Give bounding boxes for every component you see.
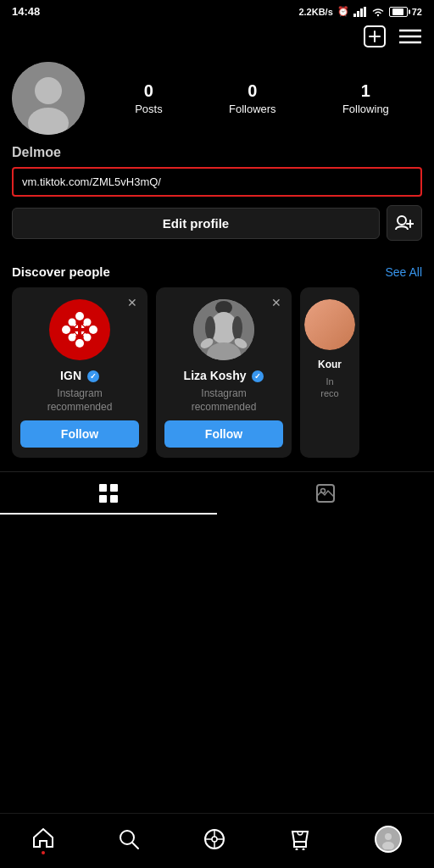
posts-label: Posts	[135, 103, 163, 115]
svg-rect-44	[110, 495, 118, 503]
dismiss-liza-button[interactable]: ✕	[268, 294, 285, 311]
posts-count: 0	[144, 81, 153, 101]
nav-reels[interactable]	[195, 825, 234, 854]
person-card-ign: ✕	[12, 287, 147, 458]
svg-rect-0	[353, 14, 356, 17]
kour-subtitle: Inreco	[320, 376, 338, 400]
profile-avatar-icon	[378, 829, 398, 849]
edit-row: Edit profile	[12, 205, 422, 241]
svg-point-58	[385, 833, 392, 840]
network-speed: 2.2KB/s	[298, 7, 332, 17]
grid-icon	[99, 484, 118, 503]
following-label: Following	[342, 103, 389, 115]
liza-avatar	[193, 299, 254, 360]
svg-point-50	[212, 837, 217, 842]
nav-profile[interactable]	[366, 822, 410, 856]
stat-following[interactable]: 1 Following	[342, 81, 389, 115]
ign-name: IGN ✓	[60, 369, 99, 382]
svg-point-32	[84, 334, 92, 342]
svg-point-30	[84, 319, 92, 326]
followers-label: Followers	[229, 103, 276, 115]
tab-grid[interactable]	[0, 472, 217, 515]
liza-name: Liza Koshy ✓	[184, 369, 264, 382]
profile-section: 0 Posts 0 Followers 1 Following Delmoe v…	[0, 55, 434, 264]
add-content-button[interactable]	[363, 25, 387, 48]
status-right: 2.2KB/s ⏰ 72	[298, 6, 422, 17]
svg-point-55	[296, 849, 298, 851]
battery-icon	[389, 7, 408, 17]
alarm-icon: ⏰	[337, 6, 349, 17]
svg-point-4	[377, 14, 379, 15]
home-icon	[32, 827, 54, 848]
svg-point-20	[75, 339, 84, 348]
add-friend-button[interactable]	[387, 205, 422, 241]
svg-rect-42	[110, 484, 118, 492]
followers-count: 0	[248, 81, 257, 101]
following-count: 1	[361, 81, 370, 101]
reels-icon	[203, 828, 225, 850]
search-icon	[118, 828, 140, 850]
follow-liza-button[interactable]: Follow	[164, 420, 283, 448]
top-nav	[0, 21, 434, 55]
bio-link[interactable]: vm.tiktok.com/ZML5vH3mQ/	[12, 167, 422, 197]
tagged-icon	[316, 484, 335, 503]
battery-level: 72	[412, 7, 422, 17]
svg-point-56	[303, 849, 305, 851]
svg-line-48	[132, 843, 138, 849]
edit-profile-button[interactable]: Edit profile	[12, 208, 380, 239]
svg-point-19	[75, 312, 84, 320]
see-all-button[interactable]: See All	[385, 265, 422, 279]
svg-point-22	[89, 326, 97, 334]
liza-subtitle: Instagramrecommended	[192, 387, 257, 414]
person-card-kour: Kour Inreco	[300, 287, 359, 458]
dismiss-ign-button[interactable]: ✕	[124, 294, 141, 311]
status-bar: 14:48 2.2KB/s ⏰ 72	[0, 0, 434, 21]
menu-button[interactable]	[398, 25, 422, 48]
ign-subtitle: Instagramrecommended	[47, 387, 113, 414]
stat-followers[interactable]: 0 Followers	[229, 81, 276, 115]
discover-title: Discover people	[12, 264, 110, 279]
home-active-dot	[42, 851, 45, 854]
follow-ign-button[interactable]: Follow	[20, 420, 139, 448]
svg-rect-3	[364, 7, 366, 17]
svg-point-14	[398, 216, 406, 225]
people-scroll: ✕	[0, 287, 434, 458]
svg-point-12	[35, 77, 62, 104]
svg-point-29	[69, 319, 76, 326]
discover-header: Discover people See All	[0, 264, 434, 279]
profile-thumb	[375, 826, 402, 853]
home-icon-wrap	[32, 827, 54, 851]
stats-row: 0 Posts 0 Followers 1 Following	[102, 81, 422, 115]
ign-verified-badge: ✓	[87, 370, 99, 382]
liza-verified-badge: ✓	[252, 370, 264, 382]
svg-rect-43	[99, 495, 107, 503]
avatar[interactable]	[12, 62, 85, 135]
username: Delmoe	[12, 145, 422, 160]
kour-avatar	[304, 299, 355, 350]
ign-avatar	[49, 299, 110, 360]
shop-icon	[289, 828, 311, 850]
svg-rect-41	[99, 484, 107, 492]
svg-point-36	[205, 316, 215, 340]
svg-rect-2	[360, 8, 363, 17]
profile-header: 0 Posts 0 Followers 1 Following	[12, 62, 422, 135]
kour-name: Kour	[309, 359, 351, 370]
svg-point-37	[232, 316, 242, 340]
person-card-liza: ✕	[156, 287, 292, 458]
status-time: 14:48	[12, 5, 40, 18]
tabs-bar	[0, 471, 434, 515]
bottom-nav	[0, 813, 434, 868]
svg-point-21	[62, 326, 70, 334]
svg-rect-1	[357, 11, 359, 17]
stat-posts[interactable]: 0 Posts	[135, 81, 163, 115]
svg-point-31	[69, 334, 76, 342]
wifi-icon	[371, 7, 385, 17]
nav-home[interactable]	[24, 824, 63, 854]
nav-search[interactable]	[109, 825, 148, 854]
signal-icon	[353, 7, 367, 17]
tab-tagged[interactable]	[217, 472, 434, 515]
nav-shop[interactable]	[281, 825, 320, 854]
